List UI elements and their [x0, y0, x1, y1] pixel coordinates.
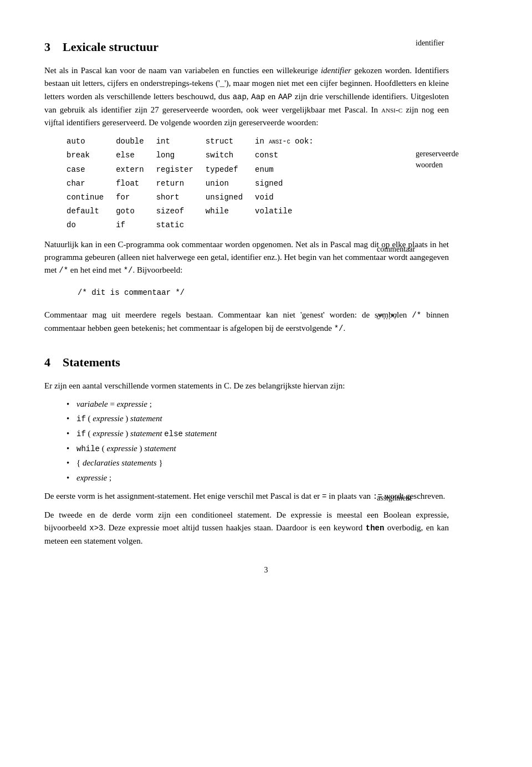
bullet-expressie: expressie ; — [66, 472, 449, 484]
section3-para1: Net als in Pascal kan voor de naam van v… — [44, 64, 449, 129]
kw-while: while — [206, 204, 255, 218]
marginnote-identifier: identifier — [416, 38, 471, 49]
kw-sizeof: sizeof — [156, 204, 206, 218]
bullet-if-else: if ( expressie ) statement else statemen… — [66, 427, 449, 441]
code-example: /* dit is commentaar */ — [78, 287, 488, 299]
statement-list: variabele = expressie ; if ( expressie )… — [66, 398, 449, 484]
kw-switch: switch — [206, 149, 255, 162]
kw-if: if — [116, 218, 156, 232]
kw-short: short — [156, 191, 206, 204]
kw-static: static — [156, 218, 206, 232]
bullet-assignment: variabele = expressie ; — [66, 398, 449, 411]
kw-typedef: typedef — [206, 163, 255, 177]
kw-extern: extern — [116, 163, 156, 177]
kw-break: break — [66, 149, 116, 162]
marginnote-assignment: assignment — [377, 493, 432, 504]
kw-double: double — [116, 135, 156, 149]
bullet-if: if ( expressie ) statement — [66, 412, 449, 426]
section4-heading: 4 Statements — [44, 353, 488, 372]
kw-ansi: in ansi-c ook: — [255, 135, 326, 149]
kw-int: int — [156, 135, 206, 149]
kw-register: register — [156, 163, 206, 177]
marginnote-commentaar: commentaar — [377, 244, 432, 255]
kw-long: long — [156, 149, 206, 162]
identifier-word: identifier — [321, 66, 351, 75]
kw-return: return — [156, 177, 206, 191]
marginnote-gereserveerde: gereserveerde woorden — [416, 149, 471, 170]
kw-union: union — [206, 177, 255, 191]
kw-unsigned: unsigned — [206, 191, 255, 204]
kw-continue: continue — [66, 191, 116, 204]
section4-title: Statements — [63, 355, 120, 369]
kw-char: char — [66, 177, 116, 191]
section4-para1: Er zijn een aantal verschillende vormen … — [44, 380, 449, 392]
kw-do: do — [66, 218, 116, 232]
section3-title: Lexicale structuur — [63, 40, 158, 54]
marginnote-slash: /*…*/ — [377, 311, 432, 323]
kw-for: for — [116, 191, 156, 204]
kw-default: default — [66, 204, 116, 218]
kw-goto: goto — [116, 204, 156, 218]
kw-signed: signed — [255, 177, 326, 191]
bullet-while: while ( expressie ) statement — [66, 442, 449, 456]
kw-case: case — [66, 163, 116, 177]
page-number: 3 — [44, 564, 488, 576]
kw-else: else — [116, 149, 156, 162]
kw-const: const — [255, 149, 326, 162]
kw-void: void — [255, 191, 326, 204]
bullet-block: { declaraties statements } — [66, 457, 449, 469]
kw-auto: auto — [66, 135, 116, 149]
section4-number: 4 — [44, 355, 50, 369]
kw-volatile: volatile — [255, 204, 326, 218]
kw-struct: struct — [206, 135, 255, 149]
section4-para3: De tweede en de derde vorm zijn een cond… — [44, 509, 449, 548]
kw-enum: enum — [255, 163, 326, 177]
section3-number: 3 — [44, 40, 50, 54]
kw-float: float — [116, 177, 156, 191]
